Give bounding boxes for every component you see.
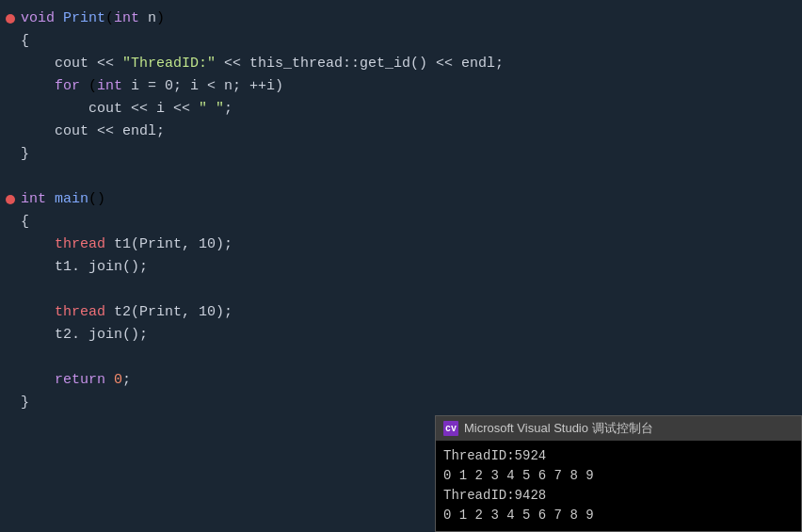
code-line: { <box>0 30 802 53</box>
terminal-output-line: ThreadID:5924 <box>443 446 794 466</box>
code-line: } <box>0 392 802 414</box>
code-line: void Print(int n) <box>0 8 802 30</box>
terminal-app-icon: cv <box>443 421 458 436</box>
breakpoint-indicator <box>6 195 15 204</box>
line-content: for (int i = 0; i < n; ++i) <box>21 75 802 98</box>
code-line: for (int i = 0; i < n; ++i) <box>0 75 802 98</box>
line-content: cout << endl; <box>21 121 802 143</box>
code-line: return 0; <box>0 369 802 392</box>
line-content: t2. join(); <box>21 324 802 347</box>
code-line: cout << endl; <box>0 121 802 143</box>
line-content: cout << i << " "; <box>21 98 802 121</box>
line-content: int main() <box>21 188 802 211</box>
terminal-output-line: 0 1 2 3 4 5 6 7 8 9 <box>443 506 794 525</box>
terminal-title: Microsoft Visual Studio 调试控制台 <box>464 420 653 437</box>
code-line: } <box>0 143 802 166</box>
line-content: thread t1(Print, 10); <box>21 234 802 256</box>
code-lines: void Print(int n){ cout << "ThreadID:" <… <box>0 0 802 422</box>
line-content: { <box>21 211 802 234</box>
code-line: int main() <box>0 188 802 211</box>
code-line: t2. join(); <box>0 324 802 347</box>
code-line: t1. join(); <box>0 256 802 279</box>
code-line <box>0 347 802 369</box>
line-content: void Print(int n) <box>21 8 802 30</box>
line-content: cout << "ThreadID:" << this_thread::get_… <box>21 53 802 75</box>
terminal-output-line: ThreadID:9428 <box>443 486 794 506</box>
terminal-output-line: 0 1 2 3 4 5 6 7 8 9 <box>443 466 794 486</box>
terminal-window: cv Microsoft Visual Studio 调试控制台 ThreadI… <box>435 415 802 532</box>
code-line: cout << i << " "; <box>0 98 802 121</box>
code-line <box>0 166 802 188</box>
line-content: return 0; <box>21 369 802 392</box>
code-line: thread t1(Print, 10); <box>0 234 802 256</box>
line-content: } <box>21 143 802 166</box>
code-line: cout << "ThreadID:" << this_thread::get_… <box>0 53 802 75</box>
terminal-titlebar: cv Microsoft Visual Studio 调试控制台 <box>436 416 801 441</box>
line-content: { <box>21 30 802 53</box>
terminal-body: ThreadID:59240 1 2 3 4 5 6 7 8 9ThreadID… <box>436 441 801 531</box>
line-gutter <box>4 14 17 24</box>
code-line <box>0 279 802 301</box>
line-content: thread t2(Print, 10); <box>21 301 802 324</box>
line-content: t1. join(); <box>21 256 802 279</box>
code-line: { <box>0 211 802 234</box>
line-gutter <box>4 195 17 204</box>
line-content: } <box>21 392 802 414</box>
code-line: thread t2(Print, 10); <box>0 301 802 324</box>
breakpoint-indicator <box>6 14 15 24</box>
